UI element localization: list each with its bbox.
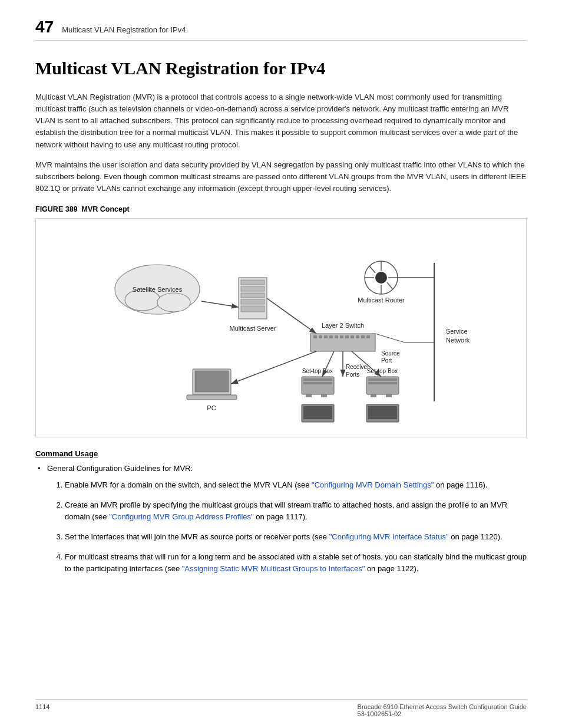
svg-rect-6 [241, 286, 265, 291]
svg-line-34 [375, 334, 405, 342]
svg-text:Ports: Ports [346, 371, 359, 378]
intro-paragraph-1: Multicast VLAN Registration (MVR) is a p… [35, 91, 527, 151]
svg-rect-5 [241, 280, 265, 285]
svg-rect-47 [321, 394, 327, 397]
svg-rect-24 [319, 335, 322, 338]
footer-right: Brocade 6910 Ethernet Access Switch Conf… [358, 703, 527, 717]
svg-line-3 [201, 301, 239, 307]
item2-link[interactable]: "Configuring MVR Group Address Profiles" [109, 512, 254, 521]
intro-paragraph-2: MVR maintains the user isolation and dat… [35, 159, 527, 195]
svg-rect-33 [366, 335, 370, 338]
svg-rect-28 [340, 335, 343, 338]
numbered-list: Enable MVR for a domain on the switch, a… [47, 479, 527, 575]
header-bar: 47 Multicast VLAN Registration for IPv4 [35, 18, 527, 41]
svg-rect-26 [329, 335, 333, 338]
svg-rect-52 [368, 378, 397, 381]
svg-rect-32 [361, 335, 365, 338]
page: 47 Multicast VLAN Registration for IPv4 … [0, 0, 562, 728]
page-footer: 1114 Brocade 6910 Ethernet Access Switch… [35, 699, 527, 717]
set-top-box1-label: Set-top Box [302, 368, 333, 374]
svg-rect-8 [241, 299, 265, 304]
svg-rect-54 [371, 394, 376, 397]
svg-rect-57 [368, 406, 397, 419]
svg-rect-29 [345, 335, 349, 338]
list-item-3: Set the interfaces that will join the MV… [65, 531, 527, 543]
svg-point-18 [375, 272, 387, 284]
svg-rect-31 [356, 335, 359, 338]
layer2-switch-label: Layer 2 Switch [322, 322, 364, 329]
item3-suffix: on page 1120). [451, 532, 502, 541]
figure-label: FIGURE 389 MVR Concept [35, 205, 527, 213]
mvr-concept-diagram: Satellite Services Multicast Server [92, 230, 470, 425]
item4-link[interactable]: "Assigning Static MVR Multicast Groups t… [182, 564, 365, 573]
list-item-2: Create an MVR profile by specifying the … [65, 499, 527, 523]
item4-suffix: on page 1122). [367, 564, 418, 573]
svg-rect-30 [351, 335, 354, 338]
figure-container: Satellite Services Multicast Server [35, 218, 527, 437]
svg-point-2 [157, 293, 190, 312]
svg-text:Port: Port [381, 357, 392, 364]
receiver-ports-label: Receiver [346, 364, 369, 370]
svg-rect-7 [241, 293, 265, 298]
diagram-area: Satellite Services Multicast Server [42, 230, 520, 425]
item2-suffix: on page 1117). [256, 512, 307, 521]
item1-text: Enable MVR for a domain on the switch, a… [65, 480, 312, 489]
source-port-label: Source [381, 350, 400, 357]
multicast-server-label: Multicast Server [230, 325, 276, 332]
svg-rect-45 [303, 382, 332, 384]
bullet-text: General Configuration Guidelines for MVR… [47, 464, 193, 473]
item1-suffix: on page 1116). [436, 480, 487, 489]
svg-rect-55 [386, 394, 392, 397]
chapter-title: Multicast VLAN Registration for IPv4 [62, 25, 186, 34]
list-item-1: Enable MVR for a domain on the switch, a… [65, 479, 527, 491]
svg-text:Network: Network [446, 337, 470, 344]
list-item-4: For multicast streams that will run for … [65, 551, 527, 575]
footer-page-number: 1114 [35, 703, 49, 717]
item3-link[interactable]: "Configuring MVR Interface Status" [329, 532, 449, 541]
svg-rect-49 [303, 406, 332, 419]
item1-link[interactable]: "Configuring MVR Domain Settings" [312, 480, 434, 489]
svg-rect-44 [303, 378, 332, 381]
svg-rect-25 [324, 335, 328, 338]
satellite-services-label: Satellite Services [133, 286, 183, 293]
chapter-number: 47 [35, 18, 54, 37]
svg-rect-40 [195, 371, 229, 392]
svg-rect-41 [187, 395, 237, 400]
pc-label: PC [207, 404, 216, 411]
svg-rect-27 [335, 335, 338, 338]
svg-rect-46 [306, 394, 312, 397]
bullet-item: General Configuration Guidelines for MVR… [35, 463, 527, 575]
svg-rect-53 [368, 382, 397, 384]
svg-rect-9 [241, 306, 265, 312]
command-usage-list: General Configuration Guidelines for MVR… [35, 463, 527, 575]
page-title: Multicast VLAN Registration for IPv4 [35, 58, 527, 78]
command-usage-heading: Command Usage [35, 449, 527, 458]
item3-text: Set the interfaces that will join the MV… [65, 532, 329, 541]
service-network-label: Service [446, 328, 468, 335]
svg-rect-23 [313, 335, 317, 338]
multicast-router-label: Multicast Router [358, 297, 405, 304]
